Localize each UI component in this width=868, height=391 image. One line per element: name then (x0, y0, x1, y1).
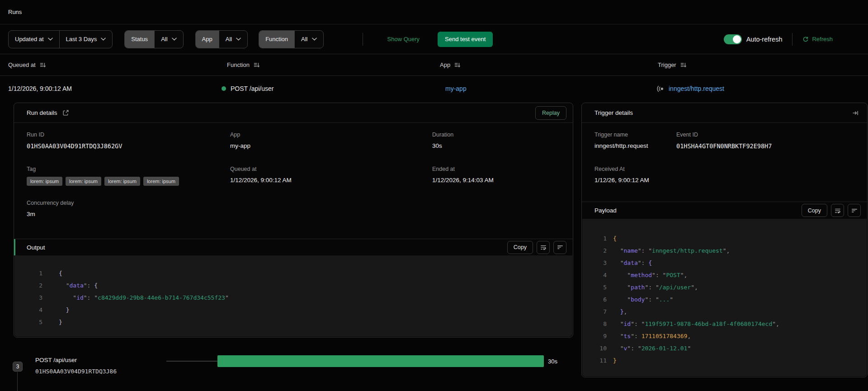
app-link[interactable]: my-app (230, 142, 250, 149)
event-id-field: Event ID 01HSHA4GT0FN0NRBKTF92E98H7 (676, 132, 772, 150)
function-filter[interactable]: Function All (259, 30, 323, 48)
tag-chip: lorem: ipsum (27, 177, 62, 186)
function-filter-value[interactable]: All (294, 31, 323, 48)
timeline-run-id: 01HS0AA03V04D91RTDQ3J86 (35, 368, 117, 375)
refresh-button[interactable]: Refresh (802, 36, 833, 42)
copy-button[interactable]: Copy (802, 204, 827, 217)
code-line: 2 "data": { (27, 279, 572, 292)
code-line: 10 "v": "2026-01-12.01" (595, 342, 867, 354)
output-section: Output Copy 1{2 "data": {3 "id": "c8429d… (14, 239, 573, 337)
event-id-value: 01HSHA4GT0FN0NRBKTF92E98H7 (676, 142, 772, 150)
sort-field-select[interactable]: Updated at (9, 31, 59, 48)
event-trigger-icon (656, 85, 664, 93)
refresh-icon (802, 36, 809, 42)
duration-field: Duration 30s (432, 132, 453, 149)
wrap-text-button[interactable] (831, 204, 844, 217)
chevron-down-icon (48, 38, 53, 41)
function-filter-label: Function (259, 31, 294, 48)
run-row-function[interactable]: POST /api/user (222, 76, 274, 101)
output-code: 1{2 "data": {3 "id": "c8429dd9-29b8-44e6… (14, 255, 572, 337)
payload-title: Payload (594, 207, 617, 214)
tag-chip: lorem: ipsum (104, 177, 140, 186)
collapse-lines-button[interactable] (553, 241, 566, 254)
status-filter-value[interactable]: All (154, 31, 183, 48)
code-line: 2 "name": "inngest/http.request", (595, 245, 867, 257)
page-title: Runs (8, 9, 22, 15)
run-row-app-link[interactable]: my-app (445, 76, 467, 101)
column-header-trigger[interactable]: Trigger (658, 54, 687, 75)
timeline-connector-line (166, 361, 217, 362)
copy-button[interactable]: Copy (507, 241, 533, 254)
sort-descending-icon (253, 61, 260, 68)
run-status-dot (222, 86, 226, 91)
tag-chip: lorem: ipsum (66, 177, 101, 186)
auto-refresh-toggle[interactable] (724, 34, 742, 44)
concurrency-delay-field: Concurrency delay 3m (27, 200, 74, 217)
tag-list: lorem: ipsumlorem: ipsumlorem: ipsumlore… (27, 177, 179, 186)
trigger-name-field: Trigger name inngest/http.request (594, 132, 648, 149)
divider (363, 33, 363, 46)
collapse-panel-icon[interactable] (852, 109, 859, 117)
ended-at-field: Ended at 1/12/2026, 9:14:03 AM (432, 166, 494, 184)
divider (792, 33, 793, 46)
replay-button[interactable]: Replay (535, 106, 566, 120)
auto-refresh-label: Auto-refresh (746, 36, 783, 43)
tree-connector (17, 372, 18, 391)
column-header-app[interactable]: App (440, 54, 461, 75)
toggle-knob (733, 35, 741, 43)
refresh-cluster: Auto-refresh Refresh (724, 33, 833, 46)
chevron-down-icon (172, 38, 177, 41)
queued-at-field: Queued at 1/12/2026, 9:00:12 AM (230, 166, 292, 184)
code-line: 1{ (595, 232, 867, 245)
app-field: App my-app (230, 132, 250, 149)
app-filter[interactable]: App All (195, 30, 248, 48)
wrap-text-icon (835, 207, 841, 214)
time-range-select[interactable]: Last 3 Days (59, 31, 113, 48)
send-test-event-button[interactable]: Send test event (438, 32, 493, 47)
collapse-lines-button[interactable] (848, 204, 861, 217)
code-line: 1{ (27, 267, 572, 279)
output-title: Output (27, 244, 45, 251)
status-filter[interactable]: Status All (124, 30, 183, 48)
code-line: 4 } (27, 304, 572, 316)
trigger-details-panel: Trigger details Trigger name inngest/htt… (581, 103, 868, 377)
sort-descending-icon (39, 61, 46, 68)
payload-header: Payload Copy (582, 202, 867, 219)
run-row-queued-at: 1/12/2026, 9:00:12 AM (8, 76, 72, 101)
received-at-field: Received At 1/12/26, 9:00:12 AM (594, 166, 649, 184)
code-line: 11} (595, 354, 867, 367)
payload-code: 1{2 "name": "inngest/http.request",3 "da… (582, 219, 867, 377)
show-query-link[interactable]: Show Query (387, 36, 420, 42)
runs-page: Runs Updated at Last 3 Days Status All A… (0, 0, 868, 391)
run-details-panel: Run details Replay Run ID 01HS0AA03V04D9… (14, 103, 573, 338)
app-filter-value[interactable]: All (219, 31, 247, 48)
code-line: 6 "body": "..." (595, 293, 867, 306)
payload-section: Payload Copy 1{2 "name": "inngest/http.r… (582, 202, 867, 377)
runs-table-header: Queued at Function App Trigger (0, 54, 868, 76)
run-row-trigger-link[interactable]: inngest/http.request (656, 76, 724, 101)
wrap-text-icon (540, 244, 547, 250)
code-line: 5 "path": "/api/user", (595, 281, 867, 293)
timeline-duration-bar[interactable] (217, 355, 544, 367)
step-count-badge[interactable]: 3 (13, 362, 23, 372)
time-filter[interactable]: Updated at Last 3 Days (8, 30, 113, 48)
payload-actions: Copy (802, 204, 861, 217)
tag-field: Tag lorem: ipsumlorem: ipsumlorem: ipsum… (27, 166, 179, 186)
run-details-header: Run details Replay (14, 103, 573, 123)
timeline-function-name: POST /api/user (35, 357, 77, 363)
run-id-field: Run ID 01HS0AA03V04D91RTDQ3J862GV (27, 132, 122, 150)
code-line: 3 "data": { (595, 257, 867, 269)
external-link-icon[interactable] (62, 109, 69, 116)
top-bar: Runs (0, 0, 868, 24)
status-filter-label: Status (125, 31, 154, 48)
code-line: 4 "method": "POST", (595, 269, 867, 281)
run-details-title: Run details (27, 109, 57, 116)
wrap-text-button[interactable] (537, 241, 550, 254)
run-id-value: 01HS0AA03V04D91RTDQ3J862GV (27, 142, 122, 150)
run-row[interactable]: 1/12/2026, 9:00:12 AM POST /api/user my-… (0, 76, 868, 101)
chevron-down-icon (236, 38, 241, 41)
column-header-queued-at[interactable]: Queued at (8, 54, 46, 75)
column-header-function[interactable]: Function (227, 54, 260, 75)
code-line: 5} (27, 316, 572, 328)
sort-descending-icon (680, 61, 687, 68)
